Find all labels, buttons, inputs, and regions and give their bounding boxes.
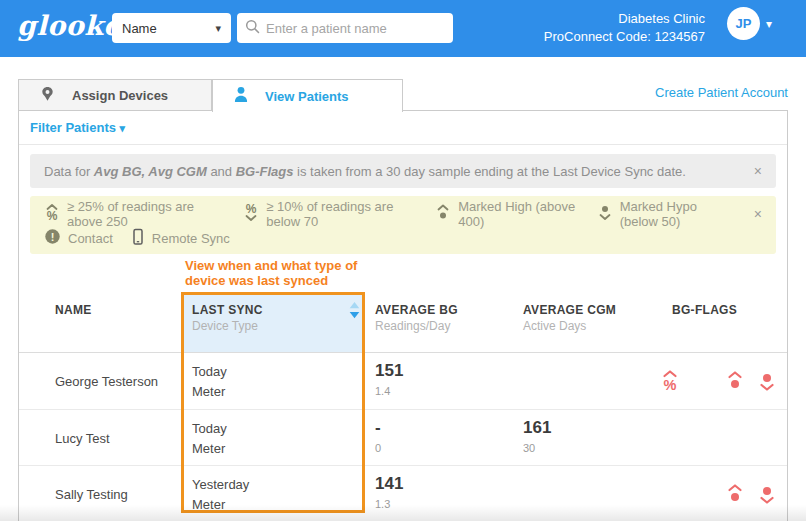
top-header: glooko Name ▾ Diabetes Clinic ProConnect…: [0, 0, 806, 57]
legend-row-1: % ≥ 25% of readings are above 250 % ≥ 10…: [44, 203, 762, 225]
patient-name[interactable]: Sally Testing: [55, 466, 128, 521]
glooko-logo: glooko: [17, 10, 122, 41]
column-header-average-bg[interactable]: AVERAGE BG: [375, 303, 458, 317]
clinic-info: Diabetes Clinic ProConnect Code: 1234567: [544, 10, 705, 46]
column-header-name[interactable]: NAME: [55, 303, 92, 317]
tab-assign-devices-label: Assign Devices: [72, 88, 168, 103]
map-pin-icon: [39, 85, 56, 106]
column-subheader-active-days: Active Days: [523, 319, 586, 333]
legend-label: Marked High (above 400): [458, 199, 578, 229]
legend-item: Marked Hypo (below 50): [597, 199, 736, 229]
column-header-last-sync[interactable]: LAST SYNC: [192, 303, 263, 317]
legend-item: % ≥ 10% of readings are below 70: [243, 199, 417, 229]
column-subheader-readings-day: Readings/Day: [375, 319, 450, 333]
legend-item: Remote Sync: [131, 228, 230, 249]
sort-arrows-icon[interactable]: [349, 302, 360, 323]
legend-label: ≥ 25% of readings are above 250: [67, 199, 225, 229]
percent-below-icon: %: [243, 203, 259, 225]
filter-patients-label: Filter Patients: [30, 120, 116, 135]
search-by-select[interactable]: Name ▾: [112, 13, 231, 43]
column-subheader-device-type: Device Type: [192, 319, 258, 333]
svg-text:!: !: [51, 231, 55, 243]
last-sync-cell: Yesterday Meter: [192, 475, 249, 515]
average-bg-cell: 151 1.4: [375, 360, 403, 399]
marked-high-icon: [435, 203, 451, 225]
marked-hypo-flag-icon: [757, 482, 777, 506]
bg-flags-legend-banner: % ≥ 25% of readings are above 250 % ≥ 10…: [30, 196, 776, 254]
marked-high-flag-icon: [725, 369, 745, 393]
create-patient-account-link[interactable]: Create Patient Account: [655, 85, 788, 100]
table-row-lucy-test[interactable]: Lucy Test Today Meter - 0 161 30: [19, 410, 787, 466]
chevron-down-icon: ▾: [120, 122, 126, 134]
close-icon[interactable]: ×: [754, 163, 762, 179]
glooko-app: glooko Name ▾ Diabetes Clinic ProConnect…: [0, 0, 806, 521]
legend-item: Marked High (above 400): [435, 199, 578, 229]
legend-row-2: ! Contact Remote Sync: [44, 227, 762, 249]
remote-sync-icon: [131, 228, 145, 249]
legend-label: Contact: [68, 231, 113, 246]
table-row-sally-testing[interactable]: Sally Testing Yesterday Meter 141 1.3: [19, 466, 787, 521]
marked-hypo-icon: [597, 203, 613, 225]
avatar[interactable]: JP: [727, 7, 760, 40]
patient-name[interactable]: George Testerson: [55, 353, 158, 409]
average-bg-cell: - 0: [375, 417, 381, 456]
tab-view-patients[interactable]: View Patients: [212, 79, 403, 112]
average-cgm-cell: 161 30: [523, 417, 551, 456]
last-sync-cell: Today Meter: [192, 362, 227, 402]
patient-name[interactable]: Lucy Test: [55, 410, 110, 466]
column-header-bg-flags[interactable]: BG-FLAGS: [672, 303, 737, 317]
table-row-george-testerson[interactable]: George Testerson Today Meter 151 1.4 %: [19, 353, 787, 409]
chevron-down-icon: ▾: [215, 22, 221, 35]
search-by-value: Name: [122, 21, 157, 36]
legend-item: ! Contact: [44, 228, 113, 248]
account-menu-caret-icon[interactable]: ▾: [766, 17, 772, 31]
person-icon: [233, 86, 249, 106]
svg-text:%: %: [47, 209, 58, 222]
contact-icon: !: [44, 228, 61, 248]
divider: [19, 144, 787, 145]
marked-hypo-flag-icon: [757, 369, 777, 393]
legend-label: Remote Sync: [152, 231, 230, 246]
average-bg-cell: 141 1.3: [375, 473, 403, 512]
filter-patients-toggle[interactable]: Filter Patients ▾: [30, 120, 125, 135]
percent-above-flag-icon: %: [660, 369, 680, 393]
close-icon[interactable]: ×: [754, 206, 762, 222]
tab-view-patients-label: View Patients: [265, 89, 349, 104]
marked-high-flag-icon: [725, 482, 745, 506]
legend-item: % ≥ 25% of readings are above 250: [44, 199, 225, 229]
percent-above-icon: %: [44, 203, 60, 225]
search-icon: [245, 19, 260, 38]
proconnect-code: ProConnect Code: 1234567: [544, 28, 705, 46]
legend-label: Marked Hypo (below 50): [620, 199, 736, 229]
column-header-average-cgm[interactable]: AVERAGE CGM: [523, 303, 616, 317]
legend-label: ≥ 10% of readings are below 70: [266, 199, 417, 229]
info-banner-text: Data for Avg BG, Avg CGM and BG-Flags is…: [44, 164, 686, 179]
search-input[interactable]: [266, 21, 445, 36]
last-sync-cell: Today Meter: [192, 419, 227, 459]
svg-text:%: %: [664, 377, 677, 393]
clinic-name: Diabetes Clinic: [544, 10, 705, 28]
annotation-note: View when and what type of device was la…: [185, 258, 357, 288]
tab-assign-devices[interactable]: Assign Devices: [18, 79, 212, 111]
data-info-banner: Data for Avg BG, Avg CGM and BG-Flags is…: [30, 154, 776, 188]
patient-search-box: [237, 13, 453, 43]
svg-text:%: %: [246, 203, 257, 216]
